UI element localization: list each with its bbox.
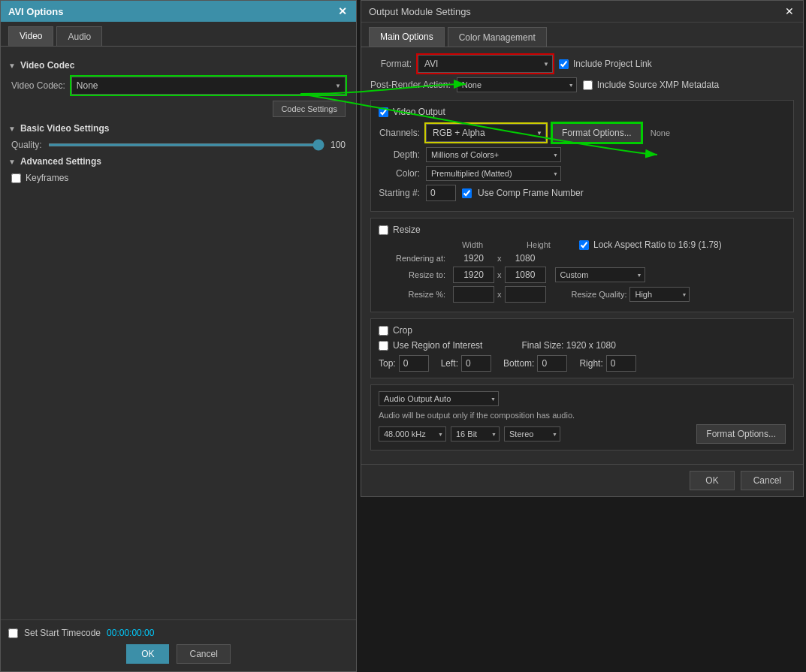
resize-header: Resize [379, 225, 786, 235]
khz-select[interactable]: 48.000 kHz [379, 426, 446, 441]
audio-settings-row: 48.000 kHz 16 Bit Stereo Format Options.… [379, 424, 786, 444]
crop-right-field: Right: [579, 355, 635, 372]
resize-to-width-input[interactable] [453, 267, 494, 283]
keyframes-row: Keyframes [8, 173, 349, 183]
resize-label: Resize [393, 225, 421, 235]
depth-select[interactable]: Millions of Colors+ [426, 147, 561, 162]
use-comp-frame-label: Use Comp Frame Number [478, 188, 584, 198]
video-format-options-button[interactable]: Format Options... [552, 123, 641, 143]
channels-row: Channels: RGB + Alpha Format Options... … [379, 123, 786, 143]
include-project-link-checkbox[interactable] [559, 59, 569, 69]
resize-preset-select[interactable]: Custom [555, 267, 645, 282]
resize-checkbox[interactable] [379, 225, 388, 235]
quality-slider[interactable] [48, 143, 325, 146]
format-select[interactable]: AVI [418, 55, 553, 73]
rendering-x: x [497, 254, 502, 263]
set-start-timecode-label: Set Start Timecode [24, 628, 101, 638]
video-output-header: Video Output [379, 107, 786, 117]
channels-select[interactable]: RGB + Alpha [426, 124, 546, 142]
avi-dialog: AVI Options ✕ Video Audio ▼ Video Codec … [0, 0, 357, 672]
khz-select-wrapper: 48.000 kHz [379, 426, 446, 441]
rendering-width: 1920 [453, 253, 494, 264]
resize-to-x: x [497, 270, 502, 279]
crop-left-input[interactable] [461, 355, 491, 372]
advanced-settings-triangle: ▼ [8, 158, 16, 166]
output-footer: OK Cancel [361, 464, 803, 496]
crop-bottom-input[interactable] [537, 355, 567, 372]
stereo-select[interactable]: Stereo [504, 426, 560, 441]
depth-label: Depth: [379, 149, 420, 160]
avi-ok-button[interactable]: OK [126, 644, 169, 664]
video-output-section: Video Output Channels: RGB + Alpha Forma… [370, 100, 794, 212]
crop-checkbox[interactable] [379, 326, 388, 336]
include-source-xmp-checkbox[interactable] [583, 80, 593, 90]
crop-right-input[interactable] [606, 355, 636, 372]
output-ok-button[interactable]: OK [690, 471, 734, 490]
output-tabs: Main Options Color Management [361, 23, 803, 47]
keyframes-checkbox[interactable] [11, 173, 21, 183]
include-source-xmp-label: Include Source XMP Metadata [597, 80, 720, 90]
color-select-wrapper: Premultiplied (Matted) [426, 166, 561, 181]
tab-color-management[interactable]: Color Management [448, 27, 547, 47]
resize-quality-select-wrapper: High [629, 287, 690, 302]
tab-audio[interactable]: Audio [56, 26, 102, 46]
audio-header-row: Audio Output Auto [379, 391, 786, 406]
rendering-at-label: Rendering at: [379, 254, 450, 263]
rendering-height: 1080 [505, 253, 546, 264]
audio-format-options-button[interactable]: Format Options... [696, 424, 786, 444]
stereo-select-wrapper: Stereo [504, 426, 560, 441]
avi-dialog-content: ▼ Video Codec Video Codec: None Codec Se… [1, 47, 356, 619]
resize-pct-label: Resize %: [379, 290, 450, 299]
crop-section: Crop Use Region of Interest Final Size: … [370, 318, 794, 378]
use-region-checkbox[interactable] [379, 341, 388, 351]
tab-video[interactable]: Video [8, 26, 53, 46]
avi-footer: Set Start Timecode 00:00:00:00 OK Cancel [1, 619, 356, 671]
starting-row: Starting #: Use Comp Frame Number [379, 185, 786, 201]
advanced-settings-label: Advanced Settings [20, 156, 101, 167]
crop-left-field: Left: [441, 355, 491, 372]
basic-video-triangle: ▼ [8, 125, 16, 133]
use-comp-frame-checkbox[interactable] [462, 188, 472, 198]
resize-pct-height-input[interactable] [505, 286, 546, 303]
avi-cancel-button[interactable]: Cancel [177, 644, 230, 664]
avi-close-button[interactable]: ✕ [337, 5, 349, 17]
resize-quality-select[interactable]: High [629, 287, 690, 302]
audio-section: Audio Output Auto Audio will be output o… [370, 384, 794, 451]
use-region-row: Use Region of Interest [379, 340, 482, 351]
format-select-wrapper: AVI [418, 55, 553, 73]
format-label: Format: [370, 59, 412, 69]
codec-select[interactable]: None [71, 77, 346, 95]
timecode-value: 00:00:00:00 [107, 628, 154, 638]
video-output-label: Video Output [393, 107, 445, 117]
post-render-select[interactable]: None [457, 77, 577, 92]
crop-bottom-field: Bottom: [503, 355, 567, 372]
starting-number-input[interactable] [426, 185, 456, 201]
resize-preset-select-wrapper: Custom [555, 267, 645, 282]
depth-row: Depth: Millions of Colors+ [379, 147, 786, 162]
crop-top-field: Top: [379, 355, 429, 372]
output-cancel-button[interactable]: Cancel [741, 471, 794, 490]
output-close-button[interactable]: ✕ [783, 5, 795, 17]
color-select[interactable]: Premultiplied (Matted) [426, 166, 561, 181]
final-size-label: Final Size: 1920 x 1080 [521, 340, 615, 351]
video-output-checkbox[interactable] [379, 107, 388, 117]
set-start-timecode-checkbox[interactable] [8, 628, 18, 638]
lock-aspect-checkbox[interactable] [579, 240, 589, 250]
quality-row: Quality: 100 [8, 140, 349, 150]
tab-main-options[interactable]: Main Options [369, 27, 445, 47]
bit-select[interactable]: 16 Bit [451, 426, 500, 441]
crop-header: Crop [379, 325, 786, 336]
resize-section: Resize Width Height Lock Aspect Ratio to… [370, 218, 794, 312]
channels-select-wrapper: RGB + Alpha [426, 124, 546, 142]
audio-auto-select[interactable]: Audio Output Auto [379, 391, 499, 406]
include-source-xmp-row: Include Source XMP Metadata [583, 80, 720, 90]
resize-to-height-input[interactable] [505, 267, 546, 283]
bit-select-wrapper: 16 Bit [451, 426, 500, 441]
lock-aspect-label: Lock Aspect Ratio to 16:9 (1.78) [593, 240, 722, 250]
color-label: Color: [379, 168, 420, 179]
height-col-label: Height [516, 240, 561, 249]
crop-top-input[interactable] [399, 355, 429, 372]
avi-footer-buttons: OK Cancel [8, 644, 349, 664]
codec-settings-button[interactable]: Codec Settings [273, 101, 346, 117]
resize-pct-width-input[interactable] [453, 286, 494, 303]
